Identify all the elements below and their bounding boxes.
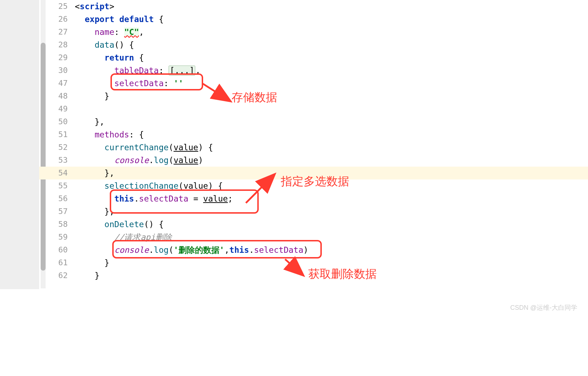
code-line[interactable]: 57 }, <box>0 205 588 218</box>
line-number: 59 <box>46 231 75 244</box>
code-text: } <box>75 269 99 282</box>
line-number: 30 <box>46 64 75 77</box>
line-number: 52 <box>46 141 75 154</box>
svg-line-3 <box>246 176 273 203</box>
code-text: onDelete() { <box>75 218 164 231</box>
line-number: 55 <box>46 179 75 192</box>
code-text: }, <box>75 167 114 179</box>
code-text: currentChange(value) { <box>75 141 213 154</box>
line-number: 28 <box>46 38 75 51</box>
annotation-arrow-3 <box>282 256 306 278</box>
annotation-arrow-1 <box>201 80 233 107</box>
code-text: } <box>75 256 109 269</box>
code-line[interactable]: 27 name: "C", <box>0 26 588 38</box>
line-number: 60 <box>46 244 75 256</box>
code-line[interactable]: 30 tableData: [...], <box>0 64 588 77</box>
line-number: 29 <box>46 51 75 64</box>
code-line[interactable]: 28 data() { <box>0 38 588 51</box>
code-line[interactable]: 50 }, <box>0 115 588 128</box>
code-line[interactable]: 51 methods: { <box>0 128 588 141</box>
line-number: 58 <box>46 218 75 231</box>
annotation-label-3: 获取删除数据 <box>308 266 377 282</box>
annotation-arrow-2 <box>242 171 278 207</box>
line-number: 50 <box>46 115 75 128</box>
line-number: 49 <box>46 103 75 115</box>
code-line[interactable]: 48 } <box>0 90 588 103</box>
code-line[interactable]: 26 export default { <box>0 13 588 26</box>
code-line[interactable]: 58 onDelete() { <box>0 218 588 231</box>
line-number: 27 <box>46 26 75 38</box>
line-number: 47 <box>46 77 75 90</box>
code-line[interactable]: 29 return { <box>0 51 588 64</box>
code-text: data() { <box>75 38 134 51</box>
line-number: 61 <box>46 256 75 269</box>
code-text: }, <box>75 115 104 128</box>
code-text: console.log(value) <box>75 154 203 167</box>
line-number: 26 <box>46 13 75 26</box>
code-text: }, <box>75 205 114 218</box>
annotation-box-3 <box>112 240 322 258</box>
line-number: 54 <box>46 167 75 179</box>
svg-line-5 <box>285 259 301 273</box>
line-number: 53 <box>46 154 75 167</box>
code-text: } <box>75 90 109 103</box>
line-number: 51 <box>46 128 75 141</box>
annotation-label-1: 存储数据 <box>232 90 277 105</box>
annotation-label-2: 指定多选数据 <box>281 174 349 189</box>
code-text: methods: { <box>75 128 144 141</box>
annotation-box-1 <box>110 73 203 90</box>
line-number: 57 <box>46 205 75 218</box>
code-line[interactable]: 25 <script> <box>0 0 588 13</box>
code-line[interactable]: 53 console.log(value) <box>0 154 588 167</box>
code-line[interactable]: 49 <box>0 103 588 115</box>
line-number: 25 <box>46 0 75 13</box>
code-text: name: "C", <box>75 26 144 38</box>
code-line[interactable]: 56 this.selectData = value; <box>0 192 588 205</box>
annotation-box-2 <box>110 189 259 214</box>
svg-line-1 <box>203 84 228 100</box>
code-text: <script> <box>75 0 114 13</box>
code-text: return { <box>75 51 144 64</box>
line-number: 62 <box>46 269 75 282</box>
watermark: CSDN @运维-大白同学 <box>510 303 577 312</box>
code-line[interactable]: 52 currentChange(value) { <box>0 141 588 154</box>
code-line[interactable]: 47 selectData: '' <box>0 77 588 90</box>
code-text: export default { <box>75 13 164 26</box>
line-number: 48 <box>46 90 75 103</box>
line-number: 56 <box>46 192 75 205</box>
